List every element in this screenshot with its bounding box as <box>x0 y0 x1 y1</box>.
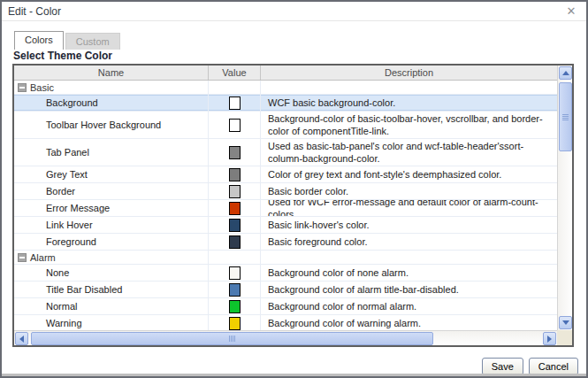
tabbar: Colors Custom <box>14 31 122 50</box>
scroll-up-button[interactable] <box>559 66 572 80</box>
row-name: Toolbar Hover Background <box>46 120 161 130</box>
table-row[interactable]: BackgroundWCF basic background-color. <box>14 95 557 112</box>
cancel-button[interactable]: Cancel <box>529 358 578 375</box>
table-row[interactable]: Error MessageUsed for WCF error-message … <box>14 200 557 217</box>
table-body: BasicBackgroundWCF basic background-colo… <box>14 81 557 330</box>
group-label: Alarm <box>30 252 56 263</box>
row-name: Normal <box>46 301 77 312</box>
table-row[interactable]: NormalBackground color of normal alarm. <box>14 298 557 315</box>
scroll-left-button[interactable] <box>15 332 28 345</box>
scroll-right-button[interactable] <box>543 332 556 345</box>
color-swatch <box>229 96 241 110</box>
footer-buttons: Save Cancel <box>482 358 578 375</box>
column-header-name[interactable]: Name <box>14 66 209 80</box>
table-row[interactable]: Grey TextColor of grey text and font-sty… <box>14 166 557 183</box>
row-name: Warning <box>46 318 82 328</box>
table-row[interactable]: NoneBackground color of none alarm. <box>14 265 557 282</box>
table-row[interactable]: BorderBasic border color. <box>14 183 557 200</box>
arrow-up-icon <box>562 71 569 75</box>
row-description: Basic link-hover's color. <box>268 219 370 231</box>
collapse-icon[interactable] <box>18 253 27 262</box>
row-description: Color of grey text and font-style's deem… <box>268 168 501 181</box>
color-swatch <box>229 185 241 198</box>
row-name: Link Hover <box>46 220 93 230</box>
group-row[interactable]: Basic <box>14 81 557 95</box>
row-description: Used as basic-tab-panel's color and wcf-… <box>268 140 554 165</box>
arrow-left-icon <box>19 336 24 343</box>
color-swatch <box>229 119 241 132</box>
color-swatch <box>229 283 241 297</box>
row-name: Foreground <box>46 236 96 247</box>
row-name: Error Message <box>46 203 110 213</box>
table-header: Name Value Description <box>14 66 557 81</box>
color-swatch <box>229 202 241 215</box>
color-swatch <box>229 146 241 159</box>
color-swatch <box>229 300 241 313</box>
table-row[interactable]: Tab PanelUsed as basic-tab-panel's color… <box>14 139 557 166</box>
window-title: Edit - Color <box>8 5 61 18</box>
row-description: Background color of alarm title-bar-disa… <box>268 283 459 296</box>
color-swatch <box>229 219 241 232</box>
row-name: Border <box>46 186 75 197</box>
collapse-icon[interactable] <box>18 83 27 92</box>
table-row[interactable]: Link HoverBasic link-hover's color. <box>14 217 557 234</box>
row-description: Background color of normal alarm. <box>268 300 416 312</box>
row-description: Used for WCF error-message and default c… <box>268 200 554 216</box>
horizontal-scroll-thumb[interactable] <box>31 332 433 345</box>
row-name: Grey Text <box>46 169 88 180</box>
row-description: Background color of none alarm. <box>268 266 409 279</box>
tab-colors[interactable]: Colors <box>14 31 64 50</box>
column-header-value[interactable]: Value <box>209 66 261 80</box>
color-swatch <box>229 317 241 330</box>
group-label: Basic <box>30 82 54 93</box>
row-name: None <box>46 267 69 278</box>
vertical-scrollbar[interactable] <box>557 66 572 330</box>
table-row[interactable]: ForegroundBasic foreground color. <box>14 234 557 251</box>
section-title: Select Theme Color <box>13 50 112 62</box>
arrow-right-icon <box>547 336 552 343</box>
table-row[interactable]: Title Bar DisabledBackground color of al… <box>14 282 557 298</box>
color-swatch <box>229 168 241 181</box>
row-name: Title Bar Disabled <box>46 284 122 295</box>
column-header-description[interactable]: Description <box>261 66 557 80</box>
row-description: WCF basic background-color. <box>268 96 395 109</box>
tab-custom[interactable]: Custom <box>65 33 120 50</box>
row-description: Basic foreground color. <box>268 235 368 248</box>
table-row[interactable]: WarningBackground color of warning alarm… <box>14 315 557 330</box>
color-swatch <box>229 266 241 280</box>
scrollbar-corner <box>557 330 572 345</box>
theme-color-table: Name Value Description BasicBackgroundWC… <box>12 64 574 347</box>
vertical-scroll-thumb[interactable] <box>559 82 572 151</box>
row-description: Basic border color. <box>268 185 348 197</box>
table-row[interactable]: Toolbar Hover BackgroundBackground-color… <box>14 112 557 139</box>
color-swatch <box>229 235 241 249</box>
dialog-bottom-edge <box>2 374 586 376</box>
row-name: Tab Panel <box>46 147 89 158</box>
close-icon[interactable]: ✕ <box>564 4 578 19</box>
horizontal-scrollbar[interactable] <box>14 330 557 345</box>
row-name: Background <box>46 97 98 108</box>
scroll-down-button[interactable] <box>559 316 572 329</box>
row-description: Background-color of basic-toolbar-hover,… <box>268 112 554 137</box>
group-row[interactable]: Alarm <box>14 251 557 265</box>
arrow-down-icon <box>562 320 569 325</box>
titlebar: Edit - Color <box>2 2 586 21</box>
save-button[interactable]: Save <box>482 358 523 375</box>
edit-color-dialog: Edit - Color ✕ Colors Custom Select Them… <box>0 0 588 378</box>
row-description: Background color of warning alarm. <box>268 317 421 329</box>
